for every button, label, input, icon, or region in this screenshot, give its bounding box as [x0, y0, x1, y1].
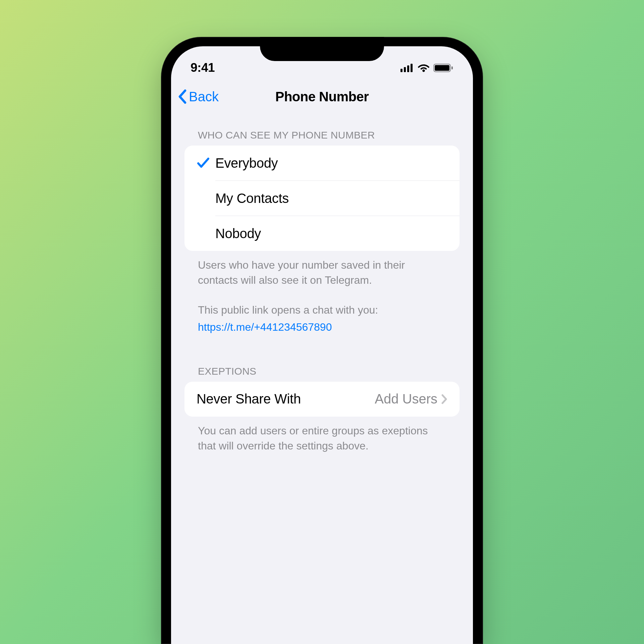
svg-rect-3	[411, 64, 413, 72]
svg-rect-1	[404, 67, 406, 72]
back-label: Back	[189, 89, 219, 104]
visibility-options-group: Everybody My Contacts Nobody	[184, 146, 460, 251]
status-icons	[400, 63, 453, 72]
option-my-contacts[interactable]: My Contacts	[184, 181, 460, 216]
svg-rect-5	[435, 65, 449, 71]
visibility-footer: Users who have your number saved in thei…	[184, 251, 460, 335]
section-header-exceptions: EXEPTIONS	[184, 350, 460, 382]
footer-text-line1: Users who have your number saved in thei…	[198, 259, 405, 286]
status-time: 9:41	[191, 61, 215, 75]
option-label: My Contacts	[215, 191, 289, 206]
phone-frame: 9:41	[161, 37, 483, 644]
never-share-with-row[interactable]: Never Share With Add Users	[184, 382, 460, 417]
svg-rect-0	[400, 69, 402, 72]
exceptions-group: Never Share With Add Users	[184, 382, 460, 417]
public-link[interactable]: https://t.me/+441234567890	[198, 320, 332, 335]
footer-text-line2: This public link opens a chat with you:	[198, 304, 378, 316]
exceptions-footer: You can add users or entire groups as ex…	[184, 417, 460, 453]
content: WHO CAN SEE MY PHONE NUMBER Everybody	[171, 113, 473, 453]
chevron-left-icon	[178, 89, 187, 104]
svg-rect-2	[407, 65, 409, 72]
battery-icon	[433, 63, 453, 72]
exceptions-footer-text: You can add users or entire groups as ex…	[198, 425, 428, 452]
back-button[interactable]: Back	[178, 89, 219, 104]
chevron-right-icon	[441, 394, 447, 404]
never-share-detail: Add Users	[375, 391, 437, 407]
never-share-label: Never Share With	[197, 391, 301, 407]
navigation-bar: Back Phone Number	[171, 80, 473, 113]
checkmark-icon	[197, 157, 210, 169]
page-title: Phone Number	[275, 89, 369, 104]
option-everybody[interactable]: Everybody	[184, 146, 460, 180]
svg-rect-6	[451, 66, 453, 69]
notch	[260, 37, 384, 61]
option-nobody[interactable]: Nobody	[184, 216, 460, 251]
cellular-signal-icon	[400, 63, 414, 72]
option-label: Nobody	[215, 226, 261, 241]
option-label: Everybody	[215, 156, 278, 171]
section-header-visibility: WHO CAN SEE MY PHONE NUMBER	[184, 113, 460, 146]
screen: 9:41	[171, 46, 473, 644]
wifi-icon	[417, 63, 430, 72]
